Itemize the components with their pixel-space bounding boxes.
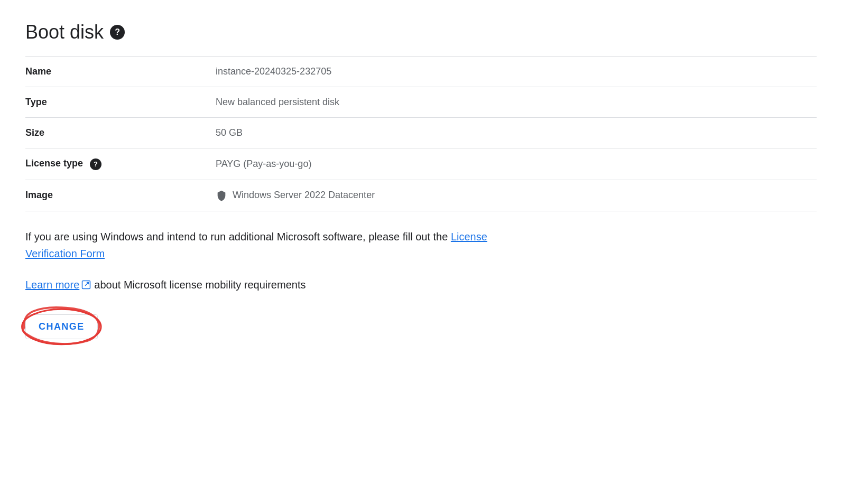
shield-icon (216, 190, 227, 201)
learn-more-suffix: about Microsoft license mobility require… (94, 279, 306, 291)
image-name: Windows Server 2022 Datacenter (233, 190, 375, 201)
notice-prefix: If you are using Windows and intend to r… (25, 231, 451, 242)
table-row: Image Windows Server 2022 Datacenter (25, 180, 817, 211)
learn-more-section: Learn more about Microsoft license mobil… (25, 279, 817, 291)
type-value: New balanced persistent disk (195, 87, 817, 118)
change-button[interactable]: CHANGE (25, 314, 98, 339)
title-help-icon[interactable]: ? (110, 25, 125, 40)
notice-text: If you are using Windows and intend to r… (25, 228, 501, 262)
name-value: instance-20240325-232705 (195, 57, 817, 87)
page-title: Boot disk (25, 21, 104, 43)
name-label: Name (25, 57, 195, 87)
learn-more-link[interactable]: Learn more (25, 279, 91, 291)
learn-more-text: Learn more (25, 279, 79, 291)
table-row: Size 50 GB (25, 118, 817, 148)
external-link-icon (81, 280, 91, 290)
size-label: Size (25, 118, 195, 148)
size-value: 50 GB (195, 118, 817, 148)
page-header: Boot disk ? (25, 21, 817, 43)
image-label: Image (25, 180, 195, 211)
license-type-value: PAYG (Pay-as-you-go) (195, 148, 817, 180)
license-type-label: License type ? (25, 148, 195, 180)
image-value: Windows Server 2022 Datacenter (195, 180, 817, 211)
table-row: License type ? PAYG (Pay-as-you-go) (25, 148, 817, 180)
table-row: Name instance-20240325-232705 (25, 57, 817, 87)
license-type-help-icon[interactable]: ? (90, 158, 101, 170)
boot-disk-info-table: Name instance-20240325-232705 Type New b… (25, 57, 817, 211)
table-row: Type New balanced persistent disk (25, 87, 817, 118)
type-label: Type (25, 87, 195, 118)
change-button-wrapper: CHANGE (25, 314, 98, 339)
